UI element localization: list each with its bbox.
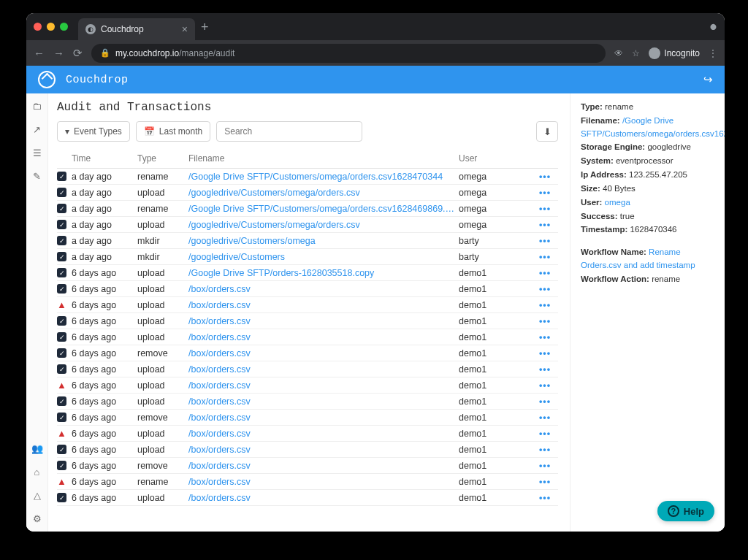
row-filename-link[interactable]: /box/orders.csv <box>188 380 459 391</box>
row-user: demo1 <box>459 332 532 342</box>
detail-user-link[interactable]: omega <box>605 198 630 207</box>
nav-share-icon[interactable]: ↗ <box>33 124 41 135</box>
row-user: omega <box>459 188 532 198</box>
row-filename-link[interactable]: /box/orders.csv <box>188 284 459 294</box>
nav-users-icon[interactable]: 👥 <box>31 443 43 454</box>
nav-files-icon[interactable]: 🗀 <box>32 101 42 112</box>
row-actions-menu[interactable]: ••• <box>532 493 558 503</box>
table-row[interactable]: ✓a day agorename/Google Drive SFTP/Custo… <box>57 201 558 217</box>
row-type: upload <box>137 429 188 439</box>
row-actions-menu[interactable]: ••• <box>532 413 558 423</box>
row-actions-menu[interactable]: ••• <box>532 396 558 407</box>
row-actions-menu[interactable]: ••• <box>532 188 558 198</box>
nav-settings-icon[interactable]: ⚙ <box>33 513 42 524</box>
row-filename-link[interactable]: /box/orders.csv <box>188 461 459 471</box>
row-actions-menu[interactable]: ••• <box>532 364 558 375</box>
row-filename-link[interactable]: /Google Drive SFTP/orders-1628035518.cop… <box>188 268 459 278</box>
table-row[interactable]: ✓a day agomkdir/googledrive/Customers/om… <box>57 233 558 249</box>
table-row[interactable]: ✓6 days agoupload/Google Drive SFTP/orde… <box>57 265 558 281</box>
search-input[interactable] <box>216 121 362 142</box>
row-actions-menu[interactable]: ••• <box>532 348 558 358</box>
row-filename-link[interactable]: /box/orders.csv <box>188 316 459 326</box>
logout-icon[interactable]: ↪ <box>703 73 713 86</box>
row-actions-menu[interactable]: ••• <box>532 429 558 439</box>
row-filename-link[interactable]: /box/orders.csv <box>188 348 459 358</box>
nav-list-icon[interactable]: ☰ <box>33 147 42 158</box>
reload-button[interactable]: ⟳ <box>73 47 83 60</box>
row-actions-menu[interactable]: ••• <box>532 316 558 326</box>
chrome-menu-icon[interactable]: ⬤ <box>710 23 717 30</box>
row-actions-menu[interactable]: ••• <box>532 172 558 182</box>
help-button[interactable]: ? Help <box>657 501 714 521</box>
row-filename-link[interactable]: /box/orders.csv <box>188 396 459 407</box>
table-row[interactable]: ✓6 days agoupload/box/orders.csvdemo1••• <box>57 313 558 329</box>
row-actions-menu[interactable]: ••• <box>532 220 558 230</box>
table-row[interactable]: ✓6 days agoupload/box/orders.csvdemo1••• <box>57 361 558 377</box>
row-filename-link[interactable]: /googledrive/Customers <box>188 252 459 262</box>
row-filename-link[interactable]: /Google Drive SFTP/Customers/omega/order… <box>188 204 459 214</box>
row-filename-link[interactable]: /box/orders.csv <box>188 445 459 455</box>
row-filename-link[interactable]: /box/orders.csv <box>188 332 459 342</box>
row-actions-menu[interactable]: ••• <box>532 204 558 214</box>
maximize-window-button[interactable] <box>60 23 68 31</box>
row-filename-link[interactable]: /box/orders.csv <box>188 429 459 439</box>
row-actions-menu[interactable]: ••• <box>532 284 558 294</box>
row-actions-menu[interactable]: ••• <box>532 380 558 391</box>
row-filename-link[interactable]: /box/orders.csv <box>188 300 459 310</box>
row-filename-link[interactable]: /box/orders.csv <box>188 493 459 503</box>
row-filename-link[interactable]: /box/orders.csv <box>188 413 459 423</box>
forward-button[interactable]: → <box>53 47 64 59</box>
browser-tab[interactable]: ◐ Couchdrop × <box>78 18 195 40</box>
address-input[interactable]: 🔒 my.couchdrop.io/manage/audit <box>91 44 606 63</box>
row-actions-menu[interactable]: ••• <box>532 252 558 262</box>
detail-storage-label: Storage Engine: <box>581 142 645 151</box>
table-row[interactable]: ▲6 days agorename/box/orders.csvdemo1••• <box>57 474 558 490</box>
browser-menu-icon[interactable]: ⋮ <box>709 48 717 58</box>
row-actions-menu[interactable]: ••• <box>532 461 558 471</box>
table-row[interactable]: ✓6 days agoupload/box/orders.csvdemo1••• <box>57 281 558 297</box>
nav-alerts-icon[interactable]: △ <box>34 490 41 501</box>
table-row[interactable]: ✓6 days agoupload/box/orders.csvdemo1••• <box>57 490 558 506</box>
row-filename-link[interactable]: /googledrive/Customers/omega/orders.csv <box>188 188 459 198</box>
new-tab-button[interactable]: + <box>201 20 209 35</box>
close-window-button[interactable] <box>34 23 42 31</box>
row-filename-link[interactable]: /box/orders.csv <box>188 364 459 375</box>
table-row[interactable]: ✓a day agoupload/googledrive/Customers/o… <box>57 185 558 201</box>
table-row[interactable]: ✓a day agomkdir/googledrive/Customersbar… <box>57 249 558 265</box>
nav-storage-icon[interactable]: ⌂ <box>34 467 40 477</box>
row-filename-link[interactable]: /googledrive/Customers/omega <box>188 236 459 246</box>
row-user: demo1 <box>459 413 532 423</box>
row-actions-menu[interactable]: ••• <box>532 477 558 487</box>
nav-edit-icon[interactable]: ✎ <box>33 171 41 182</box>
table-row[interactable]: ▲6 days agoupload/box/orders.csvdemo1••• <box>57 297 558 313</box>
table-row[interactable]: ✓a day agoupload/googledrive/Customers/o… <box>57 217 558 233</box>
table-row[interactable]: ▲6 days agoupload/box/orders.csvdemo1••• <box>57 426 558 442</box>
table-row[interactable]: ▲6 days agoupload/box/orders.csvdemo1••• <box>57 377 558 394</box>
row-filename-link[interactable]: /box/orders.csv <box>188 477 459 487</box>
table-row[interactable]: ✓6 days agoremove/box/orders.csvdemo1••• <box>57 458 558 474</box>
download-button[interactable]: ⬇ <box>536 121 558 142</box>
table-row[interactable]: ✓6 days agoupload/box/orders.csvdemo1••• <box>57 442 558 458</box>
row-actions-menu[interactable]: ••• <box>532 268 558 278</box>
table-row[interactable]: ✓6 days agoremove/box/orders.csvdemo1••• <box>57 410 558 426</box>
minimize-window-button[interactable] <box>47 23 55 31</box>
table-row[interactable]: ✓6 days agoupload/box/orders.csvdemo1••• <box>57 394 558 410</box>
bookmark-star-icon[interactable]: ☆ <box>632 48 640 58</box>
row-filename-link[interactable]: /Google Drive SFTP/Customers/omega/order… <box>188 172 459 182</box>
row-actions-menu[interactable]: ••• <box>532 300 558 310</box>
back-button[interactable]: ← <box>34 47 45 59</box>
row-actions-menu[interactable]: ••• <box>532 445 558 455</box>
row-actions-menu[interactable]: ••• <box>532 236 558 246</box>
hide-eye-icon[interactable]: 👁 <box>614 48 623 58</box>
table-row[interactable]: ✓6 days agoupload/box/orders.csvdemo1••• <box>57 329 558 345</box>
event-types-filter[interactable]: ▾ Event Types <box>57 121 130 142</box>
close-tab-icon[interactable]: × <box>182 23 188 35</box>
row-user: omega <box>459 172 532 182</box>
table-row[interactable]: ✓a day agorename/Google Drive SFTP/Custo… <box>57 169 558 185</box>
lock-icon: 🔒 <box>100 48 110 58</box>
date-range-filter[interactable]: 📅 Last month <box>136 121 210 142</box>
table-row[interactable]: ✓6 days agoremove/box/orders.csvdemo1••• <box>57 345 558 361</box>
brand-name[interactable]: Couchdrop <box>66 74 129 86</box>
row-filename-link[interactable]: /googledrive/Customers/omega/orders.csv <box>188 220 459 230</box>
row-actions-menu[interactable]: ••• <box>532 332 558 342</box>
